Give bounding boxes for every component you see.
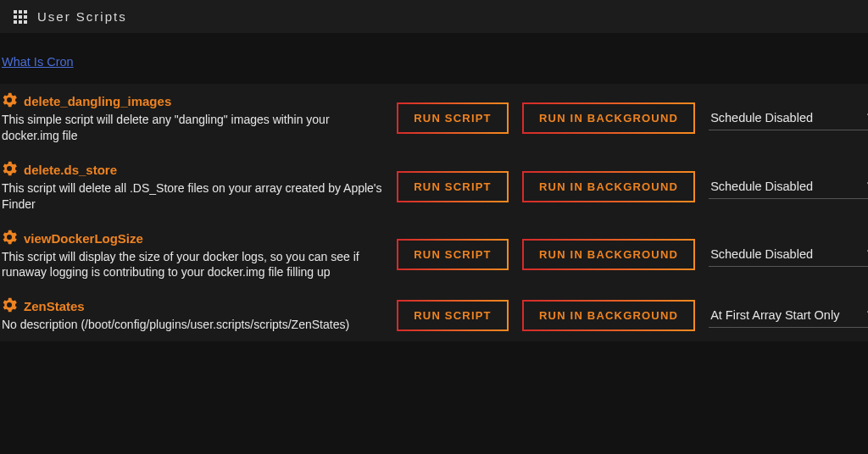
script-info: viewDockerLogSize This script will displ… [2, 230, 383, 281]
script-title[interactable]: viewDockerLogSize [2, 230, 383, 247]
run-script-button[interactable]: RUN SCRIPT [397, 102, 509, 134]
gear-icon[interactable] [2, 230, 17, 247]
schedule-select-wrap: Schedule DisabledAt First Array Start On… [709, 106, 868, 130]
script-info: delete_dangling_images This simple scrip… [2, 92, 383, 144]
script-description: This simple script will delete any "dang… [2, 112, 383, 144]
scripts-panel: What Is Cron delete_dangling_images This… [0, 33, 868, 341]
svg-rect-6 [14, 20, 17, 24]
svg-rect-1 [19, 10, 22, 14]
svg-rect-5 [24, 15, 27, 19]
schedule-select[interactable]: Schedule DisabledAt First Array Start On… [709, 106, 868, 130]
run-in-background-button[interactable]: RUN IN BACKGROUND [522, 300, 695, 331]
script-description: No description (/boot/config/plugins/use… [2, 317, 383, 333]
script-row: delete.ds_store This script will delete … [0, 152, 868, 221]
run-in-background-button[interactable]: RUN IN BACKGROUND [522, 239, 695, 270]
schedule-select-wrap: Schedule DisabledAt First Array Start On… [709, 174, 868, 199]
svg-rect-4 [19, 15, 22, 19]
run-script-button[interactable]: RUN SCRIPT [397, 300, 509, 331]
svg-rect-8 [24, 20, 27, 24]
schedule-select[interactable]: Schedule DisabledAt First Array Start On… [709, 303, 868, 328]
script-title[interactable]: delete_dangling_images [2, 92, 383, 110]
script-title[interactable]: delete.ds_store [2, 161, 383, 179]
script-info: ZenStates No description (/boot/config/p… [2, 297, 383, 333]
script-description: This script will delete all .DS_Store fi… [2, 180, 383, 213]
script-row: delete_dangling_images This simple scrip… [0, 84, 868, 152]
gear-icon[interactable] [2, 297, 17, 315]
gear-icon[interactable] [2, 161, 17, 179]
schedule-select[interactable]: Schedule DisabledAt First Array Start On… [709, 174, 868, 199]
script-info: delete.ds_store This script will delete … [2, 161, 383, 213]
script-row: viewDockerLogSize This script will displ… [0, 221, 868, 290]
schedule-select[interactable]: Schedule DisabledAt First Array Start On… [709, 242, 868, 267]
schedule-select-wrap: Schedule DisabledAt First Array Start On… [709, 242, 868, 267]
svg-rect-0 [14, 10, 17, 14]
page-title: User Scripts [37, 9, 127, 24]
script-name: viewDockerLogSize [24, 231, 143, 246]
run-script-button[interactable]: RUN SCRIPT [397, 239, 509, 270]
script-name: delete.ds_store [24, 163, 117, 177]
run-in-background-button[interactable]: RUN IN BACKGROUND [522, 171, 695, 202]
run-in-background-button[interactable]: RUN IN BACKGROUND [522, 102, 695, 134]
grid-icon [14, 10, 27, 24]
run-script-button[interactable]: RUN SCRIPT [397, 171, 509, 202]
script-description: This script will display the size of you… [2, 249, 383, 281]
page-header: User Scripts [0, 0, 868, 33]
svg-rect-2 [24, 10, 27, 14]
what-is-cron-link[interactable]: What Is Cron [2, 55, 74, 69]
gear-icon[interactable] [2, 92, 17, 110]
script-row: ZenStates No description (/boot/config/p… [0, 289, 868, 341]
script-name: delete_dangling_images [24, 94, 171, 108]
svg-rect-3 [14, 15, 17, 19]
script-title[interactable]: ZenStates [2, 297, 383, 315]
script-name: ZenStates [24, 299, 85, 313]
svg-rect-7 [19, 20, 22, 24]
schedule-select-wrap: Schedule DisabledAt First Array Start On… [709, 303, 868, 328]
